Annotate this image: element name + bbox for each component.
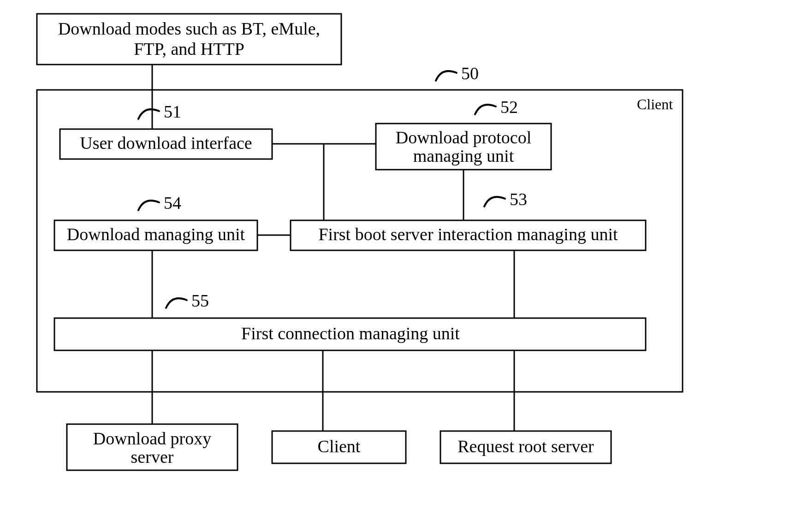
b55-text: First connection managing unit — [241, 324, 460, 343]
ref-51: 51 — [164, 102, 181, 121]
ref-tick-50 — [436, 71, 457, 81]
block-52-download-protocol-managing: Download protocol managing unit 52 — [376, 97, 551, 170]
ref-53: 53 — [510, 189, 527, 209]
b53-text: First boot server interaction managing u… — [318, 225, 618, 244]
ref-50: 50 — [461, 64, 479, 83]
b54-text: Download managing unit — [67, 225, 245, 244]
block-client-bottom: Client — [272, 431, 406, 463]
download-modes-line2: FTP, and HTTP — [134, 39, 244, 59]
block-55-first-connection-managing: First connection managing unit 55 — [54, 291, 646, 350]
b51-text: User download interface — [80, 133, 252, 153]
proxy-l2: server — [131, 447, 174, 467]
block-request-root-server: Request root server — [440, 431, 611, 463]
client-bottom-text: Client — [318, 437, 361, 456]
ref-tick-54 — [138, 201, 159, 210]
ref-tick-55 — [166, 298, 187, 308]
block-54-download-managing-unit: Download managing unit 54 — [54, 193, 257, 250]
ref-52: 52 — [500, 97, 518, 117]
download-modes-line1: Download modes such as BT, eMule, — [58, 19, 320, 38]
b52-text-l2: managing unit — [413, 146, 514, 166]
block-51-user-download-interface: User download interface 51 — [60, 102, 272, 159]
ref-tick-51 — [138, 109, 159, 119]
block-53-first-boot-server-interaction: First boot server interaction managing u… — [291, 189, 646, 250]
root-text: Request root server — [457, 437, 594, 456]
ref-54: 54 — [164, 193, 181, 213]
diagram-root: Download modes such as BT, eMule, FTP, a… — [0, 0, 808, 532]
b52-text-l1: Download protocol — [396, 128, 531, 147]
proxy-l1: Download proxy — [93, 429, 211, 448]
ref-tick-53 — [484, 197, 505, 207]
block-download-modes: Download modes such as BT, eMule, FTP, a… — [37, 14, 341, 65]
ref-tick-52 — [475, 105, 496, 114]
block-download-proxy-server: Download proxy server — [67, 424, 238, 470]
container-title: Client — [637, 96, 673, 112]
ref-55: 55 — [191, 291, 209, 310]
